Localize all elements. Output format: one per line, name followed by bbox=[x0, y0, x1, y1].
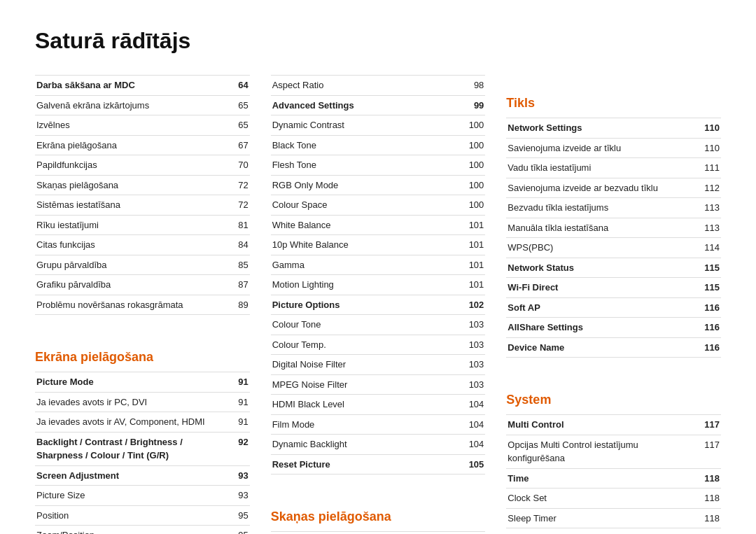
toc-label: HDMI Black Level bbox=[271, 395, 439, 415]
toc-label: Picture Size bbox=[35, 486, 229, 506]
table-row: Vadu tīkla iestatījumi111 bbox=[506, 158, 721, 178]
toc-label: Rīku iestatījumi bbox=[35, 215, 223, 235]
table-row: Skaņas pielāgošana72 bbox=[35, 175, 250, 195]
toc-page: 93 bbox=[229, 486, 250, 506]
toc-label: Picture Mode bbox=[35, 372, 229, 393]
table-row: Flesh Tone100 bbox=[271, 155, 486, 176]
toc-label: Screen Adjustment bbox=[35, 465, 229, 486]
toc-page: 111 bbox=[692, 158, 721, 178]
toc-label: Aspect Ratio bbox=[271, 76, 439, 96]
toc-label: Savienojuma izveide ar tīklu bbox=[506, 138, 692, 158]
toc-label: Citas funkcijas bbox=[35, 235, 223, 255]
aspect-section-table: Aspect Ratio98Advanced Settings99Dynamic… bbox=[271, 75, 486, 475]
table-row: MPEG Noise Filter103 bbox=[271, 374, 486, 395]
toc-label: Reset Picture bbox=[271, 454, 439, 475]
table-row: Sistēmas iestatīšana72 bbox=[35, 195, 250, 216]
table-row: On Timer119 bbox=[506, 528, 721, 535]
toc-page: 100 bbox=[439, 115, 486, 136]
toc-page: 115 bbox=[692, 278, 721, 298]
toc-label: Digital Noise Filter bbox=[271, 355, 439, 375]
toc-page: 91 bbox=[229, 372, 250, 393]
table-row: Motion Lighting101 bbox=[271, 275, 486, 295]
toc-label: RGB Only Mode bbox=[271, 175, 439, 195]
ekrana-section-table: Picture Mode91Ja ievades avots ir PC, DV… bbox=[35, 372, 250, 534]
toc-label: Colour Space bbox=[271, 195, 439, 216]
toc-page: 95 bbox=[229, 526, 250, 535]
toc-label: Position bbox=[35, 505, 229, 526]
toc-page: 72 bbox=[223, 195, 250, 216]
toc-page: 100 bbox=[439, 195, 486, 216]
toc-label: Papildfunkcijas bbox=[35, 155, 223, 176]
toc-label: Network Status bbox=[506, 258, 692, 278]
toc-page: 115 bbox=[692, 258, 721, 278]
toc-page: 98 bbox=[439, 76, 486, 96]
toc-page: 116 bbox=[692, 318, 721, 338]
table-row: Soft AP116 bbox=[506, 297, 721, 318]
toc-page: 95 bbox=[229, 505, 250, 526]
toc-page: 110 bbox=[692, 118, 721, 139]
toc-page: 89 bbox=[223, 295, 250, 315]
toc-page: 70 bbox=[223, 155, 250, 176]
toc-label: Picture Options bbox=[271, 295, 439, 315]
toc-page: 64 bbox=[223, 76, 250, 96]
table-row: Izvēlnes65 bbox=[35, 115, 250, 136]
table-row: Zoom/Position95 bbox=[35, 526, 250, 535]
table-row: Film Mode104 bbox=[271, 414, 486, 435]
toc-page: 65 bbox=[223, 95, 250, 115]
toc-label: Opcijas Multi Control iestatījumu konfig… bbox=[506, 435, 697, 468]
table-row: Time118 bbox=[506, 468, 721, 489]
toc-page: 100 bbox=[439, 175, 486, 195]
toc-label: On Timer bbox=[506, 528, 697, 535]
table-row: Sound Mode106 bbox=[271, 532, 486, 535]
toc-label: Sleep Timer bbox=[506, 508, 697, 528]
table-row: Bezvadu tīkla iestatījums113 bbox=[506, 198, 721, 218]
toc-label: Advanced Settings bbox=[271, 95, 439, 115]
table-row: Citas funkcijas84 bbox=[35, 235, 250, 255]
toc-label: White Balance bbox=[271, 215, 439, 235]
toc-label: Savienojuma izveide ar bezvadu tīklu bbox=[506, 178, 692, 198]
column-3: Tikls Network Settings110Savienojuma izv… bbox=[506, 75, 721, 534]
table-row: Sleep Timer118 bbox=[506, 508, 721, 528]
toc-label: MPEG Noise Filter bbox=[271, 374, 439, 395]
table-row: Colour Space100 bbox=[271, 195, 486, 216]
table-row: Colour Temp.103 bbox=[271, 335, 486, 355]
toc-label: Ja ievades avots ir PC, DVI bbox=[35, 392, 229, 412]
table-row: Network Status115 bbox=[506, 258, 721, 278]
toc-page: 91 bbox=[229, 392, 250, 412]
table-row: Device Name116 bbox=[506, 337, 721, 358]
toc-label: Bezvadu tīkla iestatījums bbox=[506, 198, 692, 218]
toc-page: 116 bbox=[692, 297, 721, 318]
toc-page: 84 bbox=[223, 235, 250, 255]
toc-page: 104 bbox=[439, 395, 486, 415]
table-row: Problēmu novēršanas rokasgrāmata89 bbox=[35, 295, 250, 315]
table-row: Dynamic Contrast100 bbox=[271, 115, 486, 136]
table-row: Screen Adjustment93 bbox=[35, 465, 250, 486]
section-title-system: System bbox=[506, 393, 721, 407]
table-row: White Balance101 bbox=[271, 215, 486, 235]
column-1: Darba sākšana ar MDC64Galvenā ekrāna izk… bbox=[35, 75, 271, 534]
toc-page: 114 bbox=[692, 238, 721, 258]
toc-label: Wi-Fi Direct bbox=[506, 278, 692, 298]
table-row: Picture Options102 bbox=[271, 295, 486, 315]
table-row: Network Settings110 bbox=[506, 118, 721, 139]
skanas-section-table: Sound Mode106Sound Effect107Speaker Sett… bbox=[271, 531, 486, 534]
page-title: Saturā rādītājs bbox=[35, 28, 721, 54]
table-row: Ekrāna pielāgošana67 bbox=[35, 135, 250, 155]
toc-page: 103 bbox=[439, 355, 486, 375]
toc-page: 113 bbox=[692, 198, 721, 218]
toc-label: Sound Mode bbox=[271, 532, 435, 535]
toc-page: 113 bbox=[692, 218, 721, 238]
toc-label: Colour Tone bbox=[271, 315, 439, 335]
toc-label: AllShare Settings bbox=[506, 318, 692, 338]
toc-label: Sistēmas iestatīšana bbox=[35, 195, 223, 216]
table-row: Papildfunkcijas70 bbox=[35, 155, 250, 176]
system-section-table: Multi Control117Opcijas Multi Control ie… bbox=[506, 414, 721, 534]
table-row: WPS(PBC)114 bbox=[506, 238, 721, 258]
toc-page: 67 bbox=[223, 135, 250, 155]
toc-label: Dynamic Backlight bbox=[271, 435, 439, 455]
toc-label: Problēmu novēršanas rokasgrāmata bbox=[35, 295, 223, 315]
table-row: Backlight / Contrast / Brightness / Shar… bbox=[35, 432, 250, 465]
table-row: Advanced Settings99 bbox=[271, 95, 486, 115]
table-row: Ja ievades avots ir AV, Component, HDMI9… bbox=[35, 412, 250, 433]
toc-page: 102 bbox=[439, 295, 486, 315]
